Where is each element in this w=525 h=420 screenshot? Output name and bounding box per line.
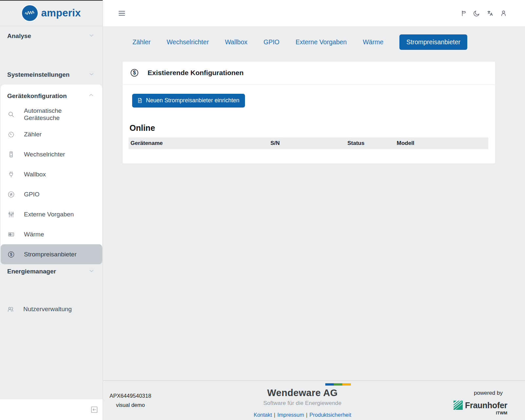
sidebar-item-waerme[interactable]: Wärme — [1, 224, 102, 244]
sidebar-item-wechselrichter[interactable]: Wechselrichter — [1, 144, 102, 164]
user-icon[interactable] — [500, 10, 507, 17]
column-header-geraetename: Gerätename — [129, 140, 269, 147]
chevron-down-icon — [88, 71, 95, 79]
translate-icon[interactable] — [486, 10, 494, 17]
company-tagline: Software für die Energiewende — [263, 400, 341, 407]
chevron-down-icon — [88, 32, 95, 40]
sidebar-footer — [0, 399, 103, 420]
online-heading: Online — [130, 123, 488, 133]
partner-name: Fraunhofer — [465, 401, 507, 410]
link-kontakt[interactable]: Kontakt — [253, 412, 272, 418]
device-info: APX6449540318 visual demo — [110, 393, 151, 408]
chevron-up-icon — [88, 92, 94, 100]
sidebar-item-wallbox[interactable]: Wallbox — [1, 164, 102, 184]
chevron-down-icon — [88, 268, 95, 276]
footer-links: Kontakt|Impressum|Produktsicherheit — [253, 412, 351, 418]
tab-gpio[interactable]: GPIO — [264, 38, 280, 46]
wendeware-logo-bar — [325, 383, 351, 386]
company-name: Wendeware AG — [267, 388, 338, 398]
main-area: Zähler Wechselrichter Wallbox GPIO Exter… — [103, 0, 525, 420]
wendeware-block: Wendeware AG Software für die Energiewen… — [253, 383, 351, 418]
moon-icon[interactable] — [473, 10, 480, 17]
brand-name: amperix — [41, 7, 81, 19]
powered-by-label: powered by — [474, 390, 507, 396]
signpost-icon[interactable] — [459, 10, 467, 17]
dollar-icon: $ — [7, 250, 15, 258]
tab-wechselrichter[interactable]: Wechselrichter — [167, 38, 209, 46]
sidebar-card-geraetekonfiguration: Gerätekonfiguration Automatische Gerätes… — [1, 85, 102, 264]
file-icon — [137, 97, 143, 104]
topbar-actions — [459, 10, 507, 17]
sidebar-item-gpio[interactable]: GPIO — [1, 184, 102, 204]
column-header-status: Status — [345, 140, 394, 147]
tab-wallbox[interactable]: Wallbox — [225, 38, 248, 46]
hamburger-menu-icon[interactable] — [118, 9, 126, 17]
plug-icon — [7, 170, 15, 178]
table-header-row: Gerätename S/N Status Modell — [129, 137, 488, 149]
column-header-sn: S/N — [269, 140, 346, 147]
demo-mode-label: visual demo — [110, 402, 151, 408]
collapse-sidebar-icon[interactable] — [90, 405, 99, 414]
amperix-logo-icon — [22, 5, 38, 21]
svg-text:$: $ — [133, 70, 136, 75]
panel-body: Neuen Strompreisanbieter einrichten Onli… — [123, 85, 495, 164]
new-provider-button[interactable]: Neuen Strompreisanbieter einrichten — [132, 94, 245, 108]
sidebar-section-analyse[interactable]: Analyse — [0, 32, 103, 40]
fraunhofer-block: powered by Fraunhofer ITWM — [454, 390, 507, 415]
search-icon — [7, 110, 15, 118]
content: Zähler Wechselrichter Wallbox GPIO Exter… — [103, 26, 525, 380]
sidebar: amperix Analyse Systemeinstellungen Gerä… — [0, 0, 103, 420]
sidebar-item-strompreisanbieter[interactable]: $ Strompreisanbieter — [1, 244, 102, 264]
sidebar-item-zaehler[interactable]: Zähler — [1, 124, 102, 144]
footer: APX6449540318 visual demo Wendeware AG S… — [103, 380, 525, 420]
users-icon — [7, 305, 14, 313]
dollar-icon: $ — [130, 68, 139, 77]
topbar — [103, 0, 525, 26]
link-impressum[interactable]: Impressum — [277, 412, 304, 418]
sliders-icon — [7, 210, 15, 218]
partner-unit: ITWM — [496, 410, 507, 415]
tab-waerme[interactable]: Wärme — [363, 38, 383, 46]
panel-header: $ Existierende Konfigurationen — [123, 62, 495, 85]
column-header-modell: Modell — [395, 140, 488, 147]
meter-icon — [7, 130, 15, 138]
heat-icon — [7, 230, 15, 238]
link-produktsicherheit[interactable]: Produktsicherheit — [310, 412, 351, 418]
sidebar-item-automatische-geraetesuche[interactable]: Automatische Gerätesuche — [1, 104, 102, 124]
device-id: APX6449540318 — [110, 393, 151, 399]
tab-zaehler[interactable]: Zähler — [132, 38, 151, 46]
sidebar-spacer — [0, 317, 103, 399]
configurations-panel: $ Existierende Konfigurationen Neuen Str… — [123, 62, 495, 164]
tab-externe-vorgaben[interactable]: Externe Vorgaben — [295, 38, 347, 46]
swap-icon — [7, 190, 15, 198]
fraunhofer-logo-icon — [454, 401, 463, 410]
sidebar-item-nutzerverwaltung[interactable]: Nutzerverwaltung — [0, 301, 103, 317]
sidebar-section-geraetekonfiguration[interactable]: Gerätekonfiguration — [1, 85, 102, 104]
sidebar-item-externe-vorgaben[interactable]: Externe Vorgaben — [1, 204, 102, 224]
svg-text:$: $ — [10, 252, 12, 257]
tab-strompreisanbieter[interactable]: Strompreisanbieter — [399, 34, 467, 50]
tab-bar: Zähler Wechselrichter Wallbox GPIO Exter… — [132, 34, 525, 50]
sidebar-section-systemeinstellungen[interactable]: Systemeinstellungen — [0, 71, 103, 79]
sidebar-section-energiemanager[interactable]: Energiemanager — [0, 268, 103, 275]
brand-logo: amperix — [0, 0, 103, 26]
panel-title: Existierende Konfigurationen — [148, 69, 244, 77]
inverter-icon — [7, 150, 15, 158]
